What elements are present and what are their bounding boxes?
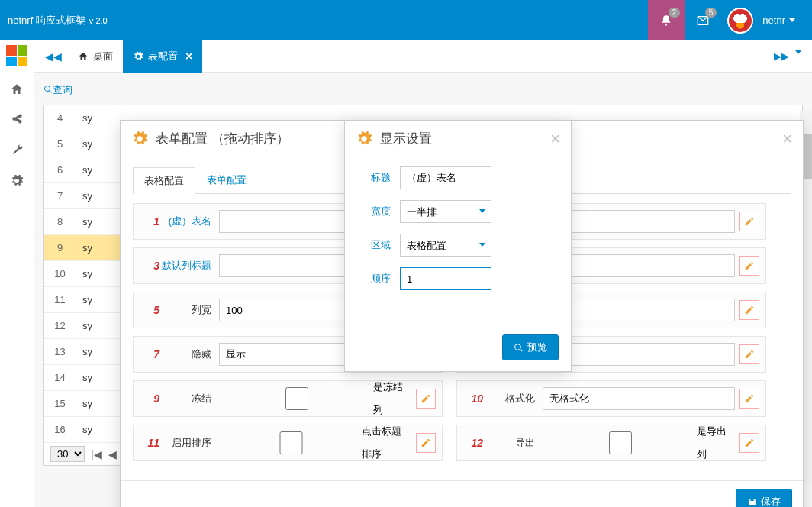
pencil-icon <box>744 216 755 227</box>
tabs-menu[interactable] <box>795 50 801 54</box>
edit-button[interactable] <box>740 433 759 453</box>
save-button[interactable]: 保存 <box>736 489 792 507</box>
config-field[interactable]: 9冻结是冻结列 <box>133 380 443 417</box>
edit-button[interactable] <box>416 389 436 409</box>
field-label: 默认列标题 <box>160 259 219 273</box>
edit-button[interactable] <box>740 389 759 409</box>
row-number: 15 <box>44 398 76 409</box>
edit-button[interactable] <box>740 212 759 231</box>
row-cell: sy <box>76 372 98 383</box>
edit-button[interactable] <box>740 300 759 320</box>
field-number: 11 <box>140 437 160 449</box>
tab-table-config[interactable]: 表配置 × <box>123 40 202 73</box>
home-icon <box>78 51 89 62</box>
gear-icon <box>10 174 24 188</box>
row-cell: sy <box>76 398 98 409</box>
save-icon <box>747 497 757 507</box>
field-checkbox[interactable] <box>225 431 357 454</box>
pagesize-select[interactable]: 30 <box>50 446 85 462</box>
row-number: 11 <box>44 294 76 305</box>
row-cell: sy <box>76 268 98 279</box>
row-number: 14 <box>44 372 76 383</box>
field-label: 冻结 <box>160 392 219 405</box>
field-number: 10 <box>463 392 483 405</box>
field-label: 格式化 <box>483 392 543 405</box>
config-field[interactable]: 11启用排序点击标题排序 <box>133 425 443 461</box>
pager-prev[interactable]: ◀ <box>108 448 117 460</box>
area-select[interactable]: 表格配置 <box>400 234 491 257</box>
label-area: 区域 <box>357 238 400 252</box>
sidebar-tools[interactable] <box>0 135 34 166</box>
toolbar-query[interactable]: 查询 <box>44 83 72 97</box>
field-number: 5 <box>140 304 160 316</box>
field-label: 列宽 <box>160 303 219 317</box>
brand: netnrf 响应式框架 v 2.0 <box>8 14 108 27</box>
home-icon <box>10 82 24 96</box>
row-number: 10 <box>44 268 76 279</box>
width-select[interactable]: 一半排 <box>400 200 491 223</box>
edit-button[interactable] <box>740 344 759 364</box>
row-cell: sy <box>76 138 98 150</box>
mail-count: 5 <box>705 8 717 18</box>
close-icon[interactable]: × <box>782 129 792 149</box>
gear-icon <box>131 131 148 147</box>
tabs-scroll-right[interactable]: ▶▶ <box>774 50 789 62</box>
label-order: 顺序 <box>357 272 400 286</box>
edit-button[interactable] <box>416 433 436 453</box>
row-cell: sy <box>76 216 98 228</box>
close-icon[interactable]: × <box>550 129 560 149</box>
notif-count: 2 <box>669 8 681 18</box>
search-icon <box>514 343 524 353</box>
row-cell: sy <box>76 112 98 124</box>
config-field[interactable]: 10格式化 <box>456 380 766 417</box>
notifications-button[interactable]: 2 <box>648 0 685 40</box>
field-number: 12 <box>463 437 483 449</box>
sidebar-share[interactable] <box>0 105 34 135</box>
sidebar-settings[interactable] <box>0 166 34 196</box>
field-checkbox[interactable] <box>549 431 692 454</box>
tab-form-config[interactable]: 表单配置 <box>195 166 258 193</box>
share-icon <box>10 113 24 127</box>
close-icon[interactable]: × <box>185 50 192 63</box>
tab-table-config[interactable]: 表格配置 <box>133 167 195 194</box>
title-input[interactable] <box>400 166 491 189</box>
gear-icon <box>356 131 372 147</box>
row-number: 4 <box>44 112 76 124</box>
sidebar-home[interactable] <box>0 74 34 105</box>
row-cell: sy <box>76 190 98 202</box>
preview-button[interactable]: 预览 <box>502 334 559 360</box>
pager-first[interactable]: |◀ <box>91 448 102 460</box>
field-number: 9 <box>140 392 160 405</box>
row-number: 13 <box>44 346 76 357</box>
label-width: 宽度 <box>357 205 400 218</box>
row-cell: sy <box>76 242 98 253</box>
avatar[interactable] <box>727 8 753 34</box>
label-title: 标题 <box>357 171 400 185</box>
mail-button[interactable]: 5 <box>685 0 721 40</box>
field-label: (虚）表名 <box>160 215 219 228</box>
config-field[interactable]: 12导出是导出列 <box>456 425 766 461</box>
search-icon <box>44 85 53 94</box>
field-checkbox[interactable] <box>225 387 369 410</box>
row-cell: sy <box>76 294 98 305</box>
order-input[interactable] <box>400 267 491 290</box>
field-input[interactable] <box>543 387 735 410</box>
user-menu[interactable]: netnr <box>753 15 804 26</box>
tabs-collapse-left[interactable]: ◀◀ <box>39 50 68 63</box>
app-logo <box>6 45 27 66</box>
edit-button[interactable] <box>740 256 759 276</box>
row-cell: sy <box>76 346 98 357</box>
row-cell: sy <box>76 164 98 176</box>
row-cell: sy <box>76 424 98 435</box>
field-number: 1 <box>140 215 160 228</box>
row-number: 5 <box>44 138 76 150</box>
pencil-icon <box>744 260 755 271</box>
caret-down-icon <box>789 18 795 22</box>
row-cell: sy <box>76 320 98 331</box>
field-label: 导出 <box>483 436 543 450</box>
field-label: 启用排序 <box>160 436 219 450</box>
pencil-icon <box>420 393 431 404</box>
row-number: 16 <box>44 424 76 435</box>
field-number: 3 <box>140 260 160 272</box>
tab-home[interactable]: 桌面 <box>68 40 123 73</box>
